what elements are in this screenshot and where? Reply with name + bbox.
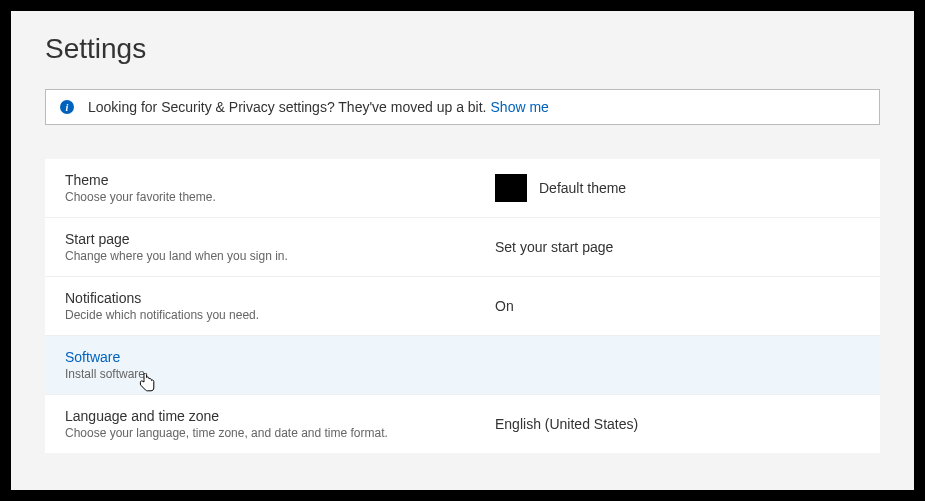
row-left: Theme Choose your favorite theme.	[65, 172, 495, 204]
settings-row-startpage[interactable]: Start page Change where you land when yo…	[45, 218, 880, 277]
row-title-theme: Theme	[65, 172, 495, 188]
info-banner: i Looking for Security & Privacy setting…	[45, 89, 880, 125]
settings-list: Theme Choose your favorite theme. Defaul…	[45, 159, 880, 453]
row-value-notifications: On	[495, 298, 514, 314]
row-title-software: Software	[65, 349, 495, 365]
settings-page: Settings i Looking for Security & Privac…	[11, 11, 914, 490]
row-desc-software: Install software.	[65, 367, 495, 381]
row-left: Language and time zone Choose your langu…	[65, 408, 495, 440]
show-me-link[interactable]: Show me	[491, 99, 549, 115]
info-banner-text: Looking for Security & Privacy settings?…	[88, 99, 487, 115]
row-value-theme: Default theme	[495, 174, 626, 202]
row-title-notifications: Notifications	[65, 290, 495, 306]
row-title-language: Language and time zone	[65, 408, 495, 424]
row-desc-startpage: Change where you land when you sign in.	[65, 249, 495, 263]
row-title-startpage: Start page	[65, 231, 495, 247]
row-left: Start page Change where you land when yo…	[65, 231, 495, 263]
theme-value-text: Default theme	[539, 180, 626, 196]
info-icon: i	[60, 100, 74, 114]
row-left: Notifications Decide which notifications…	[65, 290, 495, 322]
row-value-startpage: Set your start page	[495, 239, 613, 255]
row-left: Software Install software.	[65, 349, 495, 381]
theme-swatch	[495, 174, 527, 202]
settings-row-language[interactable]: Language and time zone Choose your langu…	[45, 395, 880, 453]
settings-row-theme[interactable]: Theme Choose your favorite theme. Defaul…	[45, 159, 880, 218]
row-desc-theme: Choose your favorite theme.	[65, 190, 495, 204]
settings-row-notifications[interactable]: Notifications Decide which notifications…	[45, 277, 880, 336]
row-desc-notifications: Decide which notifications you need.	[65, 308, 495, 322]
page-title: Settings	[45, 33, 880, 65]
row-value-language: English (United States)	[495, 416, 638, 432]
settings-row-software[interactable]: Software Install software.	[45, 336, 880, 395]
row-desc-language: Choose your language, time zone, and dat…	[65, 426, 495, 440]
